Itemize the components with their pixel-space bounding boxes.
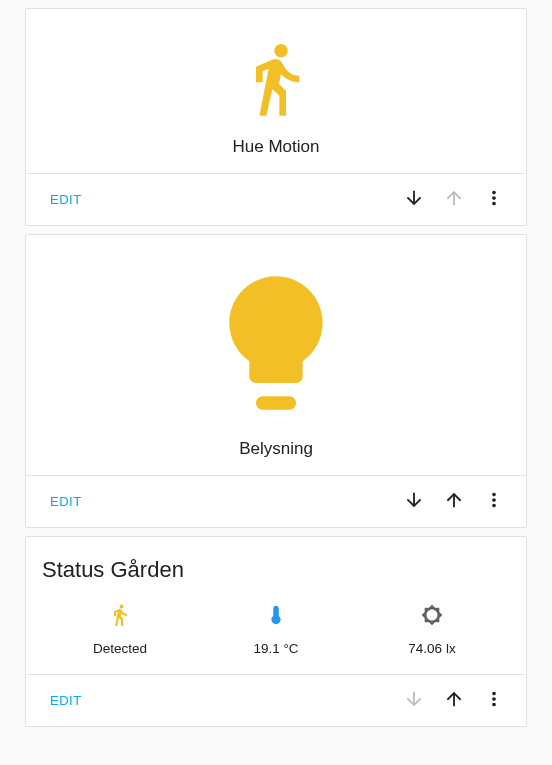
card-label: Hue Motion [233, 137, 320, 157]
thermometer-icon [264, 603, 288, 627]
arrow-up-icon [443, 187, 465, 212]
move-down-button [394, 681, 434, 721]
more-button[interactable] [474, 681, 514, 721]
edit-button[interactable]: EDIT [50, 685, 82, 716]
more-button[interactable] [474, 482, 514, 522]
move-up-button[interactable] [434, 482, 474, 522]
more-button[interactable] [474, 180, 514, 220]
brightness-icon [420, 603, 444, 627]
card-body: Status Gården Detected 19.1 °C [26, 537, 526, 674]
card-actions: EDIT [26, 674, 526, 726]
edit-button[interactable]: EDIT [50, 486, 82, 517]
card-label: Belysning [239, 439, 313, 459]
card-actions: EDIT [26, 173, 526, 225]
more-vert-icon [483, 688, 505, 713]
status-row: Detected 19.1 °C 74.06 lx [42, 603, 510, 656]
lightbulb-icon [196, 259, 356, 427]
arrow-up-icon [443, 688, 465, 713]
status-value: Detected [93, 641, 147, 656]
status-value: 74.06 lx [408, 641, 455, 656]
arrow-down-icon [403, 688, 425, 713]
arrow-up-icon [443, 489, 465, 514]
card-body: Belysning [26, 235, 526, 475]
arrow-down-icon [403, 187, 425, 212]
card-actions: EDIT [26, 475, 526, 527]
status-item-illuminance[interactable]: 74.06 lx [354, 603, 510, 656]
move-up-button[interactable] [434, 681, 474, 721]
more-vert-icon [483, 489, 505, 514]
status-item-temperature[interactable]: 19.1 °C [198, 603, 354, 656]
card-title: Status Gården [42, 557, 184, 603]
status-item-motion[interactable]: Detected [42, 603, 198, 656]
status-value: 19.1 °C [253, 641, 298, 656]
move-down-button[interactable] [394, 180, 434, 220]
card-status-garden: Status Gården Detected 19.1 °C [25, 536, 527, 727]
move-up-button [434, 180, 474, 220]
card-belysning: Belysning EDIT [25, 234, 527, 528]
running-person-icon [236, 33, 316, 125]
running-person-icon [108, 603, 132, 627]
more-vert-icon [483, 187, 505, 212]
arrow-down-icon [403, 489, 425, 514]
card-body: Hue Motion [26, 9, 526, 173]
card-hue-motion: Hue Motion EDIT [25, 8, 527, 226]
move-down-button[interactable] [394, 482, 434, 522]
edit-button[interactable]: EDIT [50, 184, 82, 215]
